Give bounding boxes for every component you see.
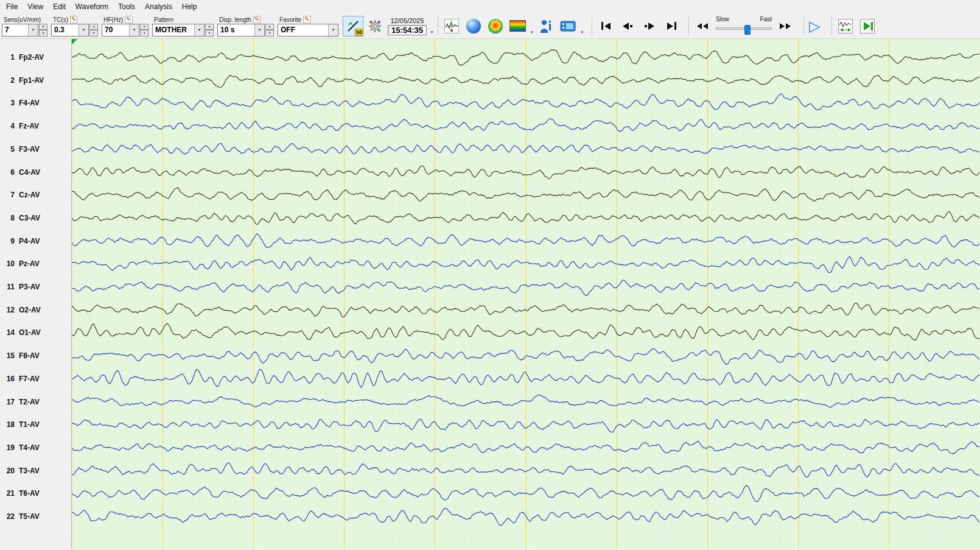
sensitivity-field: Sens(uV/mm) 7 ▼ ▲ ▼ [2, 16, 47, 37]
menu-help[interactable]: Help [177, 1, 202, 13]
video-button[interactable] [558, 16, 578, 37]
head-map-button[interactable] [463, 16, 484, 37]
channel-label-row[interactable]: 14O1-AV [0, 327, 71, 338]
channel-number: 2 [2, 76, 15, 85]
favorite-dropdown[interactable]: OFF ▼ [278, 24, 338, 37]
menu-waveform[interactable]: Waveform [71, 1, 113, 13]
notch-frequency-badge: 50 [355, 29, 363, 36]
tc-dropdown[interactable]: 0.3 ▼ [51, 24, 89, 37]
sensitivity-label: Sens(uV/mm) [4, 16, 41, 23]
pattern-up-button[interactable]: ▲ [205, 24, 214, 30]
display-length-dropdown[interactable]: 10 s ▼ [217, 24, 265, 37]
chevron-down-icon[interactable]: ▼ [254, 24, 264, 36]
step-forward-button[interactable] [639, 18, 660, 35]
sensitivity-dropdown[interactable]: 7 ▼ [2, 24, 38, 37]
toolbar-separator [803, 17, 804, 35]
display-length-down-button[interactable]: ▼ [265, 30, 274, 37]
channel-label-row[interactable]: 2Fp1-AV [0, 75, 71, 86]
channel-label-row[interactable]: 12O2-AV [0, 305, 71, 316]
channel-label: T1-AV [19, 420, 40, 429]
channel-number: 15 [2, 351, 15, 360]
chevron-down-icon[interactable]: ▼ [28, 24, 38, 36]
datetime-dropdown-button[interactable]: ▾ [429, 16, 435, 37]
menu-tools[interactable]: Tools [113, 1, 140, 13]
play-button[interactable]: ▷ [807, 19, 822, 33]
pencil-edit-icon[interactable]: ✎ [125, 16, 132, 23]
chevron-down-icon[interactable]: ▼ [79, 24, 88, 36]
channel-label-row[interactable]: 10Pz-AV [0, 258, 71, 269]
menu-file[interactable]: File [1, 1, 23, 13]
channel-label-row[interactable]: 17T2-AV [0, 397, 71, 407]
channel-label-row[interactable]: 4Fz-AV [0, 121, 71, 132]
channel-label: Pz-AV [19, 259, 40, 268]
menu-analysis[interactable]: Analysis [140, 1, 177, 13]
channel-label-row[interactable]: 5F3-AV [0, 144, 71, 155]
channel-number: 7 [2, 191, 15, 199]
channel-label-row[interactable]: 8C3-AV [0, 213, 71, 224]
channel-label: F8-AV [19, 351, 40, 360]
channel-label: F7-AV [19, 375, 40, 383]
sensitivity-up-button[interactable]: ▲ [39, 24, 47, 30]
hf-down-button[interactable]: ▼ [140, 30, 149, 37]
channel-label-row[interactable]: 3F4-AV [0, 97, 71, 108]
patient-info-icon [539, 19, 553, 33]
pencil-edit-icon[interactable]: ✎ [70, 16, 77, 23]
rewind-button[interactable] [691, 18, 713, 35]
pattern-down-button[interactable]: ▼ [205, 30, 214, 37]
chevron-down-icon: ▾ [581, 30, 584, 35]
speed-slider[interactable]: Slow Fast [716, 16, 772, 37]
channel-label-row[interactable]: 21T6-AV [0, 488, 71, 499]
notch-filter-button[interactable]: 50 [343, 16, 363, 37]
go-last-button[interactable] [660, 18, 682, 35]
display-length-up-button[interactable]: ▲ [265, 24, 274, 30]
tc-up-button[interactable]: ▲ [89, 24, 98, 30]
channel-number: 20 [2, 467, 15, 475]
pencil-edit-icon[interactable]: ✎ [303, 16, 310, 23]
chevron-down-icon[interactable]: ▼ [328, 24, 338, 36]
channel-label-row[interactable]: 19T4-AV [0, 442, 71, 453]
speed-slider-handle[interactable] [744, 25, 751, 35]
channel-number: 17 [2, 398, 15, 406]
channel-label: C3-AV [19, 214, 40, 222]
patient-info-button[interactable] [536, 16, 556, 37]
menu-edit[interactable]: Edit [48, 1, 71, 13]
channel-label-row[interactable]: 15F8-AV [0, 350, 71, 361]
electrode-settings-button[interactable] [365, 16, 385, 37]
electrode-gear-icon [368, 19, 382, 33]
channel-label: T5-AV [19, 512, 40, 521]
channel-label-row[interactable]: 1Fp2-AV [0, 52, 71, 63]
menu-view[interactable]: View [23, 1, 48, 13]
video-dropdown-button[interactable]: ▾ [579, 16, 586, 37]
channel-label-row[interactable]: 22T5-AV [0, 511, 71, 522]
channel-label-row[interactable]: 6C4-AV [0, 167, 71, 178]
channel-label-row[interactable]: 18T1-AV [0, 419, 71, 430]
sensitivity-down-button[interactable]: ▼ [39, 30, 47, 37]
channel-label-row[interactable]: 20T3-AV [0, 465, 71, 476]
channel-label-row[interactable]: 11P3-AV [0, 281, 71, 292]
auto-advance-button[interactable] [857, 16, 878, 37]
toolbar-separator [688, 17, 689, 35]
pencil-edit-icon[interactable]: ✎ [253, 16, 261, 23]
topography-button[interactable] [485, 16, 506, 37]
chevron-down-icon[interactable]: ▼ [194, 24, 204, 36]
waveform-overlay-button[interactable] [835, 16, 856, 37]
channel-label-row[interactable]: 9P4-AV [0, 236, 71, 247]
fast-forward-button[interactable] [774, 18, 796, 35]
menu-bar: File View Edit Waveform Tools Analysis H… [0, 0, 980, 13]
go-first-button[interactable] [595, 18, 617, 35]
hf-up-button[interactable]: ▲ [140, 24, 149, 30]
channel-label: Cz-AV [19, 191, 40, 199]
spectrogram-button[interactable] [507, 16, 528, 37]
channel-label-row[interactable]: 7Cz-AV [0, 189, 71, 200]
step-back-button[interactable] [617, 18, 639, 35]
channel-label-row[interactable]: 16F7-AV [0, 373, 71, 384]
map-dropdown-button[interactable]: ▾ [528, 16, 535, 37]
display-length-label: Disp. length [219, 16, 251, 23]
hf-dropdown[interactable]: 70 ▼ [102, 24, 139, 37]
chevron-down-icon[interactable]: ▼ [129, 24, 139, 36]
tc-down-button[interactable]: ▼ [89, 30, 98, 37]
trend-graph-button[interactable] [441, 16, 462, 37]
eeg-canvas[interactable] [72, 39, 979, 549]
toolbar: Sens(uV/mm) 7 ▼ ▲ ▼ TC(s)✎ 0.3 ▼ ▲ ▼ H [0, 13, 980, 39]
pattern-dropdown[interactable]: MOTHER ▼ [152, 24, 205, 37]
